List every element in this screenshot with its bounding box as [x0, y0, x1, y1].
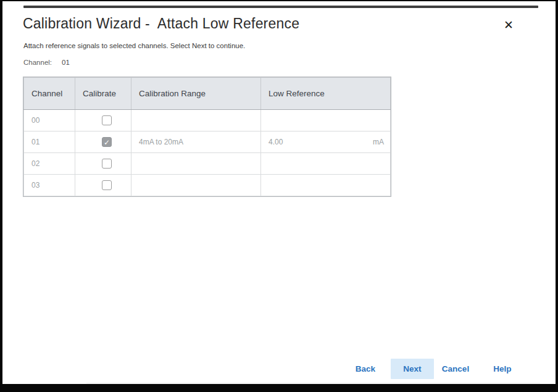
next-button[interactable]: Next: [391, 359, 434, 379]
cancel-button[interactable]: Cancel: [434, 359, 477, 379]
back-button[interactable]: Back: [344, 359, 387, 379]
calibrate-cell: [75, 175, 131, 196]
column-header-low-reference: Low Reference: [261, 78, 391, 110]
table-row: 02: [24, 153, 391, 175]
calibrate-checkbox[interactable]: [102, 115, 112, 125]
calibration-table: Channel Calibrate Calibration Range Low …: [23, 77, 391, 196]
calibrate-checkbox[interactable]: [102, 159, 112, 169]
dialog-subtitle: Attach reference signals to selected cha…: [23, 42, 245, 49]
close-button[interactable]: ✕: [500, 16, 517, 33]
calibration-range-cell: [131, 175, 261, 196]
low-reference-cell[interactable]: 4.00 mA: [261, 131, 391, 153]
calibrate-cell: [75, 153, 131, 175]
low-reference-cell[interactable]: [261, 153, 391, 175]
low-reference-cell[interactable]: [261, 175, 391, 196]
channel-cell: 02: [24, 153, 75, 175]
channel-cell: 01: [24, 131, 75, 153]
channel-cell: 03: [24, 175, 75, 196]
channel-indicator: Channel:01: [23, 59, 70, 66]
dialog-bottom-edge: [86, 383, 540, 383]
table-row: 01 4mA to 20mA 4.00 mA: [24, 131, 391, 153]
table-row: 03: [24, 175, 391, 196]
low-reference-unit: mA: [373, 138, 384, 146]
dialog-title: Calibration Wizard - Attach Low Referenc…: [23, 15, 299, 32]
calibrate-checkbox[interactable]: [102, 137, 112, 147]
column-header-channel: Channel: [24, 78, 75, 110]
calibrate-checkbox[interactable]: [102, 180, 112, 190]
low-reference-value: 4.00: [269, 138, 283, 146]
column-header-calibrate: Calibrate: [75, 78, 131, 110]
calibrate-cell: [75, 110, 131, 131]
help-button[interactable]: Help: [481, 359, 524, 379]
close-icon: ✕: [504, 18, 514, 32]
low-reference-cell[interactable]: [261, 110, 391, 131]
calibration-range-cell: [131, 110, 261, 131]
channel-value: 01: [62, 59, 70, 66]
table-row: 00: [24, 110, 391, 131]
calibration-range-cell: 4mA to 20mA: [131, 131, 261, 153]
window-top-edge: [23, 6, 538, 8]
column-header-calibration-range: Calibration Range: [131, 78, 261, 110]
channel-label: Channel:: [23, 59, 52, 66]
calibrate-cell: [75, 131, 131, 153]
calibration-range-cell: [131, 153, 261, 175]
table-header-row: Channel Calibrate Calibration Range Low …: [24, 78, 391, 110]
channel-cell: 00: [24, 110, 75, 131]
